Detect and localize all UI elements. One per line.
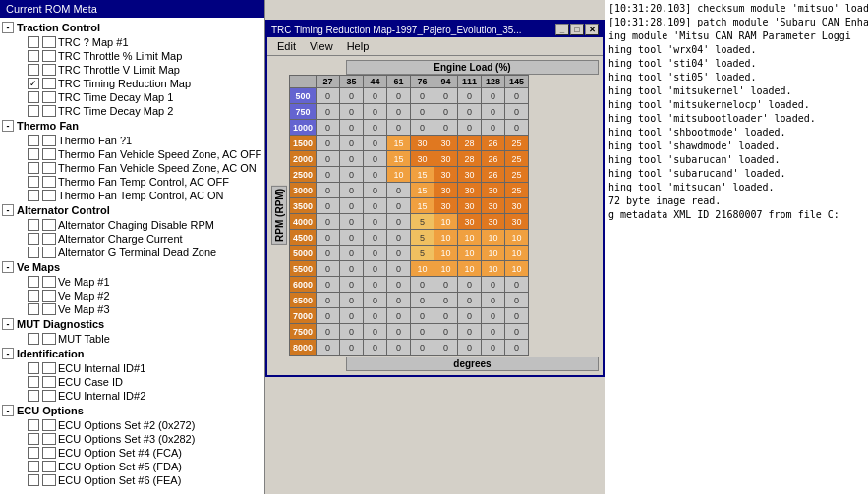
cell-1500-27[interactable]: 0: [317, 136, 340, 151]
expand-icon-ecu-options[interactable]: -: [2, 405, 14, 416]
cell-1500-44[interactable]: 0: [364, 136, 387, 151]
cell-6500-128[interactable]: 0: [482, 293, 505, 308]
menu-help[interactable]: Help: [341, 39, 376, 53]
tree-item-ve-map3[interactable]: Ve Map #3: [0, 302, 264, 316]
cell-3500-76[interactable]: 15: [411, 198, 434, 214]
checkbox-ve-map2[interactable]: [28, 290, 39, 302]
checkbox-ecu-case[interactable]: [28, 376, 39, 388]
cell-3000-76[interactable]: 15: [411, 183, 434, 198]
cell-1000-35[interactable]: 0: [340, 120, 364, 136]
cell-8000-94[interactable]: 0: [434, 340, 458, 356]
group-label-alternator-control[interactable]: -Alternator Control: [0, 202, 264, 218]
tree-item-trc-time-decay2[interactable]: TRC Time Decay Map 2: [0, 104, 264, 118]
cell-6500-27[interactable]: 0: [317, 293, 340, 308]
cell-6500-61[interactable]: 0: [387, 293, 411, 308]
cell-1000-76[interactable]: 0: [411, 120, 434, 136]
cell-7000-145[interactable]: 0: [505, 308, 529, 324]
cell-5000-61[interactable]: 0: [387, 246, 411, 261]
cell-4000-111[interactable]: 30: [458, 214, 482, 230]
cell-500-128[interactable]: 0: [482, 88, 505, 104]
tree-item-ecu-opt6-fea[interactable]: ECU Option Set #6 (FEA): [0, 473, 264, 487]
checkbox-trc-map1[interactable]: [28, 36, 39, 48]
cell-1500-111[interactable]: 28: [458, 136, 482, 151]
tree-item-thermo-fan-speed-on[interactable]: Thermo Fan Vehicle Speed Zone, AC ON: [0, 161, 264, 175]
cell-6000-94[interactable]: 0: [434, 277, 458, 293]
cell-4500-94[interactable]: 10: [434, 230, 458, 246]
checkbox-trc-throttle-v[interactable]: [28, 64, 39, 76]
cell-500-61[interactable]: 0: [387, 88, 411, 104]
cell-4500-27[interactable]: 0: [317, 230, 340, 246]
cell-1500-94[interactable]: 30: [434, 136, 458, 151]
cell-4500-35[interactable]: 0: [340, 230, 364, 246]
cell-500-111[interactable]: 0: [458, 88, 482, 104]
tree-item-ecu-opt3[interactable]: ECU Options Set #3 (0x282): [0, 432, 264, 446]
cell-8000-44[interactable]: 0: [364, 340, 387, 356]
cell-7000-111[interactable]: 0: [458, 308, 482, 324]
checkbox-ecu-opt5-fda[interactable]: [28, 461, 39, 472]
cell-7500-76[interactable]: 0: [411, 324, 434, 340]
cell-7500-111[interactable]: 0: [458, 324, 482, 340]
tree-item-ecu-opt2[interactable]: ECU Options Set #2 (0x272): [0, 418, 264, 432]
tree-item-alt-disable-rpm[interactable]: Alternator Chaging Disable RPM: [0, 218, 264, 232]
cell-500-35[interactable]: 0: [340, 88, 364, 104]
cell-4500-111[interactable]: 10: [458, 230, 482, 246]
cell-5500-61[interactable]: 0: [387, 261, 411, 277]
cell-2500-61[interactable]: 10: [387, 167, 411, 183]
tree-item-trc-timing[interactable]: TRC Timing Reduction Map: [0, 77, 264, 90]
cell-750-35[interactable]: 0: [340, 104, 364, 120]
cell-4000-44[interactable]: 0: [364, 214, 387, 230]
checkbox-ve-map3[interactable]: [28, 303, 39, 315]
cell-4000-61[interactable]: 0: [387, 214, 411, 230]
expand-icon-identification[interactable]: -: [2, 348, 14, 359]
cell-5500-76[interactable]: 10: [411, 261, 434, 277]
cell-7500-94[interactable]: 0: [434, 324, 458, 340]
cell-500-76[interactable]: 0: [411, 88, 434, 104]
cell-2000-35[interactable]: 0: [340, 151, 364, 167]
cell-2500-76[interactable]: 15: [411, 167, 434, 183]
cell-4500-76[interactable]: 5: [411, 230, 434, 246]
cell-5000-128[interactable]: 10: [482, 246, 505, 261]
cell-6000-27[interactable]: 0: [317, 277, 340, 293]
cell-3500-111[interactable]: 30: [458, 198, 482, 214]
cell-3500-27[interactable]: 0: [317, 198, 340, 214]
cell-5500-35[interactable]: 0: [340, 261, 364, 277]
cell-8000-35[interactable]: 0: [340, 340, 364, 356]
cell-7500-145[interactable]: 0: [505, 324, 529, 340]
cell-8000-128[interactable]: 0: [482, 340, 505, 356]
tree-item-thermo-fan-temp-off[interactable]: Thermo Fan Temp Control, AC OFF: [0, 175, 264, 189]
cell-8000-76[interactable]: 0: [411, 340, 434, 356]
cell-4000-35[interactable]: 0: [340, 214, 364, 230]
checkbox-thermo-fan-temp-off[interactable]: [28, 176, 39, 188]
cell-1000-61[interactable]: 0: [387, 120, 411, 136]
cell-8000-27[interactable]: 0: [317, 340, 340, 356]
expand-icon-thermo-fan[interactable]: -: [2, 120, 14, 132]
cell-3500-61[interactable]: 0: [387, 198, 411, 214]
cell-8000-61[interactable]: 0: [387, 340, 411, 356]
checkbox-ve-map1[interactable]: [28, 276, 39, 288]
cell-8000-145[interactable]: 0: [505, 340, 529, 356]
tree-item-trc-time-decay1[interactable]: TRC Time Decay Map 1: [0, 90, 264, 104]
cell-6500-76[interactable]: 0: [411, 293, 434, 308]
cell-2000-76[interactable]: 30: [411, 151, 434, 167]
cell-2500-111[interactable]: 30: [458, 167, 482, 183]
cell-6000-76[interactable]: 0: [411, 277, 434, 293]
cell-1500-145[interactable]: 25: [505, 136, 529, 151]
cell-6000-128[interactable]: 0: [482, 277, 505, 293]
tree-item-thermo-fan-speed-off[interactable]: Thermo Fan Vehicle Speed Zone, AC OFF: [0, 147, 264, 161]
cell-5000-44[interactable]: 0: [364, 246, 387, 261]
expand-icon-traction-control[interactable]: -: [2, 22, 14, 33]
cell-5000-35[interactable]: 0: [340, 246, 364, 261]
cell-2000-128[interactable]: 26: [482, 151, 505, 167]
cell-7000-76[interactable]: 0: [411, 308, 434, 324]
cell-4000-27[interactable]: 0: [317, 214, 340, 230]
cell-750-111[interactable]: 0: [458, 104, 482, 120]
cell-750-61[interactable]: 0: [387, 104, 411, 120]
checkbox-ecu-opt3[interactable]: [28, 433, 39, 445]
cell-2500-35[interactable]: 0: [340, 167, 364, 183]
cell-6000-111[interactable]: 0: [458, 277, 482, 293]
close-button[interactable]: ✕: [585, 24, 599, 35]
cell-5500-145[interactable]: 10: [505, 261, 529, 277]
cell-2500-27[interactable]: 0: [317, 167, 340, 183]
group-label-thermo-fan[interactable]: -Thermo Fan: [0, 118, 264, 134]
cell-750-44[interactable]: 0: [364, 104, 387, 120]
